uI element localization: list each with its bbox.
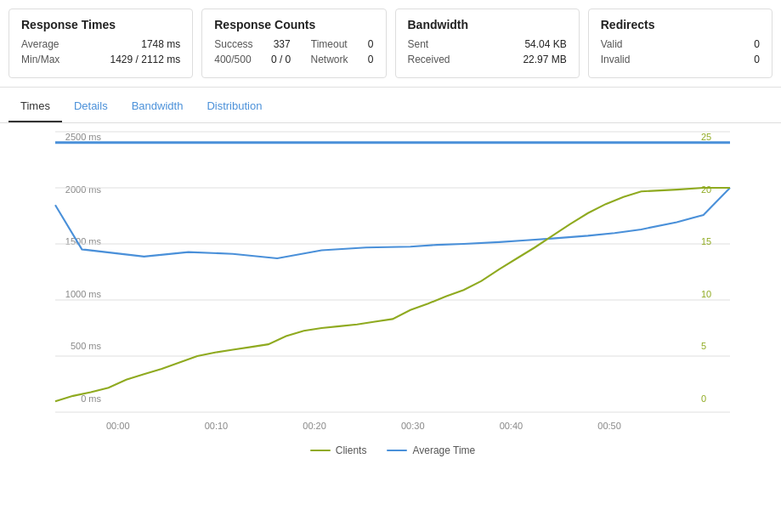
clients-line-icon [310,450,331,451]
y-axis-right: 0 5 10 15 20 25 [696,132,730,404]
response-counts-card: Response Counts Success 337 Timeout 0 40… [201,8,386,78]
error-value: 0 / 0 [271,54,291,65]
legend-clients-label: Clients [336,444,367,456]
received-value: 22.97 MB [523,54,566,65]
success-value: 337 [274,38,291,50]
chart-area: 0 ms 500 ms 1000 ms 1500 ms 2000 ms 2500… [0,123,781,480]
invalid-label: Invalid [601,54,631,65]
sent-label: Sent [408,38,429,50]
redirects-card: Redirects Valid 0 Invalid 0 [588,8,773,78]
minmax-row: Min/Max 1429 / 2112 ms [21,54,180,65]
x-label-0: 00:00 [106,421,130,431]
tab-distribution[interactable]: Distribution [195,91,274,122]
x-label-4: 00:40 [500,421,523,431]
error-row: 400/500 0 / 0 Network 0 [214,54,373,65]
network-label: Network [311,54,348,65]
x-label-5: 00:50 [597,421,621,431]
average-row: Average 1748 ms [21,38,180,50]
error-label: 400/500 [214,54,251,65]
tab-bandwidth[interactable]: Bandwidth [120,91,195,122]
x-label-2: 00:20 [303,421,326,431]
timeout-label: Timeout [311,38,348,50]
response-times-card: Response Times Average 1748 ms Min/Max 1… [8,8,193,78]
chart-svg-container [55,132,730,412]
x-label-1: 00:10 [205,421,229,431]
received-label: Received [408,54,450,65]
valid-row: Valid 0 [601,38,760,50]
stats-cards: Response Times Average 1748 ms Min/Max 1… [0,0,781,88]
redirects-title: Redirects [601,18,760,31]
tab-times[interactable]: Times [8,91,62,122]
timeout-value: 0 [368,38,374,50]
chart-svg [55,132,730,412]
sent-value: 54.04 KB [524,38,566,50]
average-label: Average [21,38,59,50]
x-label-3: 00:30 [401,421,425,431]
legend-avgtime-label: Average Time [412,444,475,456]
minmax-value: 1429 / 2112 ms [110,54,181,65]
response-times-title: Response Times [21,18,180,31]
x-axis: 00:00 00:10 00:20 00:30 00:40 00:50 [55,417,730,431]
bandwidth-title: Bandwidth [408,18,567,31]
network-value: 0 [368,54,374,65]
success-row: Success 337 Timeout 0 [214,38,373,50]
invalid-value: 0 [754,54,760,65]
success-label: Success [214,38,252,50]
valid-value: 0 [754,38,760,50]
response-counts-title: Response Counts [214,18,373,31]
avgtime-line-icon [387,450,407,451]
minmax-label: Min/Max [21,54,59,65]
bandwidth-card: Bandwidth Sent 54.04 KB Received 22.97 M… [395,8,580,78]
legend-avgtime: Average Time [387,444,475,456]
legend-clients: Clients [310,444,367,456]
tab-details[interactable]: Details [62,91,120,122]
invalid-row: Invalid 0 [601,54,760,65]
tab-bar: Times Details Bandwidth Distribution [0,91,781,123]
sent-row: Sent 54.04 KB [408,38,567,50]
received-row: Received 22.97 MB [408,54,567,65]
chart-legend: Clients Average Time [55,444,730,456]
average-value: 1748 ms [141,38,180,50]
valid-label: Valid [601,38,623,50]
